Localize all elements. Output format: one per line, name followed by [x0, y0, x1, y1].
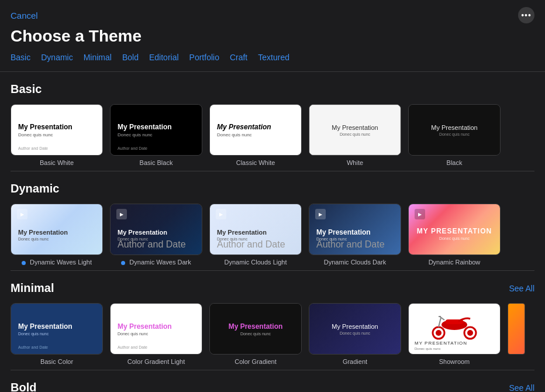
- theme-label: Color Gradient: [234, 358, 277, 365]
- more-icon: •••: [521, 11, 532, 20]
- theme-label: Dynamic Waves Dark: [121, 259, 191, 266]
- theme-classic-white[interactable]: My Presentation Donec quis nunc Classic …: [209, 104, 302, 166]
- play-icon: ▶: [216, 209, 226, 219]
- play-icon: ▶: [315, 209, 326, 219]
- tab-dynamic[interactable]: Dynamic: [41, 53, 73, 62]
- tab-portfolio[interactable]: Portfolio: [189, 53, 219, 62]
- tab-minimal[interactable]: Minimal: [84, 53, 112, 62]
- tab-editorial[interactable]: Editorial: [149, 53, 179, 62]
- cancel-button[interactable]: Cancel: [11, 11, 38, 20]
- minimal-section: Minimal See All My Presentation Donec qu…: [0, 271, 545, 370]
- theme-black[interactable]: My Presentation Donec quis nunc Black: [408, 104, 501, 166]
- minimal-section-title: Minimal: [11, 281, 54, 295]
- theme-showroom[interactable]: MY PRESENTATION Donec quis nunc Showroom: [408, 303, 501, 365]
- theme-color-gradient-light[interactable]: My Presentation Donec quis nunc Author a…: [110, 303, 202, 365]
- bold-section-title: Bold: [11, 381, 36, 392]
- theme-label: Black: [447, 159, 463, 166]
- theme-label: Dynamic Waves Light: [22, 259, 92, 266]
- theme-label: Showroom: [439, 358, 470, 365]
- theme-dyn-clouds-dark[interactable]: ▶ My Presentation Donec quis nunc Author…: [309, 204, 401, 266]
- tab-basic[interactable]: Basic: [11, 53, 30, 62]
- dot-indicator: [22, 261, 26, 265]
- theme-color-gradient[interactable]: My Presentation Donec quis nunc Color Gr…: [209, 303, 302, 365]
- svg-line-7: [439, 318, 441, 327]
- theme-basic-black[interactable]: My Presentation Donec quis nunc Author a…: [110, 104, 202, 166]
- dynamic-themes-row: ▶ My Presentation Donec quis nunc Dynami…: [11, 204, 534, 266]
- minimal-themes-row: My Presentation Donec quis nunc Author a…: [11, 303, 534, 365]
- page-title: Choose a Theme: [0, 27, 545, 53]
- theme-label: Color Gradient Light: [127, 358, 185, 365]
- theme-label: Classic White: [236, 159, 275, 166]
- top-bar: Cancel •••: [0, 0, 545, 27]
- tab-craft[interactable]: Craft: [230, 53, 247, 62]
- theme-label: Gradient: [343, 358, 367, 365]
- basic-section-title: Basic: [11, 82, 42, 96]
- nav-tabs: Basic Dynamic Minimal Bold Editorial Por…: [0, 53, 545, 72]
- bold-section: Bold See All MY PRESENTATION: [0, 370, 545, 392]
- theme-partial-minimal[interactable]: [508, 303, 525, 365]
- basic-themes-row: My Presentation Donec quis nunc Author a…: [11, 104, 534, 166]
- basic-section: Basic My Presentation Donec quis nunc Au…: [0, 72, 545, 171]
- tab-textured[interactable]: Textured: [258, 53, 289, 62]
- theme-label: White: [347, 159, 363, 166]
- play-icon: ▶: [415, 209, 425, 219]
- theme-basic-white[interactable]: My Presentation Donec quis nunc Author a…: [11, 104, 103, 166]
- svg-point-3: [467, 330, 473, 336]
- bold-see-all-button[interactable]: See All: [509, 383, 534, 393]
- theme-label: Basic White: [40, 159, 74, 166]
- theme-label: Basic Black: [140, 159, 173, 166]
- theme-dyn-rainbow[interactable]: ▶ MY PRESENTATION Donec quis nunc Dynami…: [408, 204, 501, 266]
- theme-dyn-waves-light[interactable]: ▶ My Presentation Donec quis nunc Dynami…: [11, 204, 103, 266]
- tab-bold[interactable]: Bold: [122, 53, 139, 62]
- dynamic-section-title: Dynamic: [11, 182, 59, 195]
- theme-label: Dynamic Rainbow: [429, 259, 481, 266]
- svg-point-1: [436, 330, 441, 336]
- dynamic-section: Dynamic ▶ My Presentation Donec quis nun…: [0, 171, 545, 270]
- theme-gradient[interactable]: My Presentation Donec quis nunc Gradient: [309, 303, 401, 365]
- theme-label: Basic Color: [40, 358, 73, 365]
- theme-dyn-clouds-light[interactable]: ▶ My Presentation Donec quis nunc Author…: [209, 204, 302, 266]
- theme-basic-color[interactable]: My Presentation Donec quis nunc Author a…: [11, 303, 103, 365]
- dot-indicator: [121, 261, 125, 265]
- theme-dyn-waves-dark[interactable]: ▶ My Presentation Donec quis nunc Author…: [110, 204, 202, 266]
- play-icon: ▶: [17, 209, 27, 219]
- more-options-button[interactable]: •••: [518, 7, 534, 23]
- minimal-see-all-button[interactable]: See All: [509, 284, 534, 293]
- theme-label: Dynamic Clouds Dark: [324, 259, 386, 266]
- motorcycle-graphic: [428, 308, 481, 341]
- theme-label: Dynamic Clouds Light: [225, 259, 287, 266]
- play-icon: ▶: [116, 209, 127, 219]
- theme-white[interactable]: My Presentation Donec quis nunc White: [309, 104, 401, 166]
